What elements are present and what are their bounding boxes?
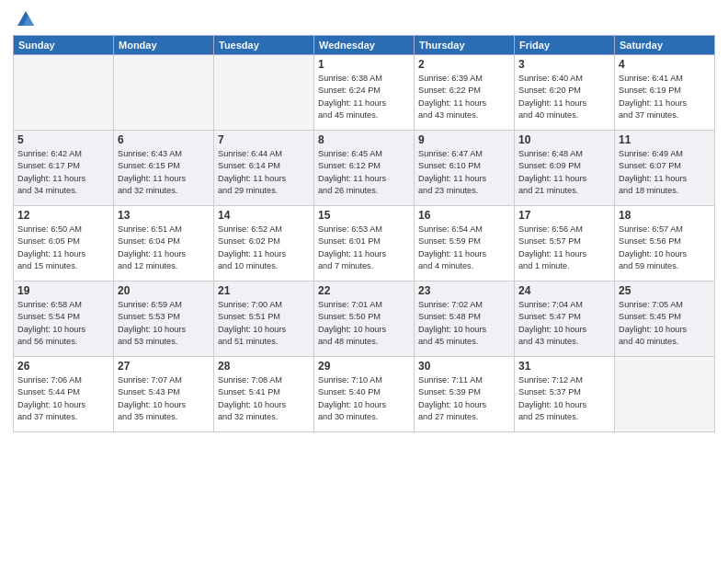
day-number: 19 (17, 284, 109, 297)
calendar-cell: 22Sunrise: 7:01 AM Sunset: 5:50 PM Dayli… (314, 282, 415, 357)
calendar-cell: 13Sunrise: 6:51 AM Sunset: 6:04 PM Dayli… (114, 206, 214, 282)
calendar-cell (114, 55, 214, 131)
page-container: SundayMondayTuesdayWednesdayThursdayFrid… (0, 0, 728, 563)
day-info: Sunrise: 7:00 AM Sunset: 5:51 PM Dayligh… (218, 299, 310, 348)
day-number: 31 (518, 360, 610, 373)
calendar-cell (14, 55, 114, 131)
weekday-header-tuesday: Tuesday (214, 36, 314, 55)
calendar-cell: 30Sunrise: 7:11 AM Sunset: 5:39 PM Dayli… (415, 357, 515, 432)
day-number: 9 (418, 133, 510, 146)
calendar-cell: 6Sunrise: 6:43 AM Sunset: 6:15 PM Daylig… (114, 131, 214, 206)
calendar-cell: 18Sunrise: 6:57 AM Sunset: 5:56 PM Dayli… (615, 206, 715, 282)
day-number: 28 (218, 360, 310, 373)
calendar-cell: 1Sunrise: 6:38 AM Sunset: 6:24 PM Daylig… (314, 55, 415, 131)
logo (13, 9, 36, 29)
calendar-cell: 27Sunrise: 7:07 AM Sunset: 5:43 PM Dayli… (114, 357, 214, 432)
calendar-cell: 15Sunrise: 6:53 AM Sunset: 6:01 PM Dayli… (314, 206, 415, 282)
calendar-cell: 21Sunrise: 7:00 AM Sunset: 5:51 PM Dayli… (214, 282, 314, 357)
day-number: 6 (118, 133, 210, 146)
day-info: Sunrise: 6:48 AM Sunset: 6:09 PM Dayligh… (518, 148, 610, 197)
weekday-header-thursday: Thursday (415, 36, 515, 55)
calendar-cell: 8Sunrise: 6:45 AM Sunset: 6:12 PM Daylig… (314, 131, 415, 206)
day-number: 12 (17, 209, 109, 222)
day-number: 7 (218, 133, 310, 146)
day-info: Sunrise: 7:06 AM Sunset: 5:44 PM Dayligh… (17, 374, 109, 423)
day-info: Sunrise: 7:10 AM Sunset: 5:40 PM Dayligh… (318, 374, 410, 423)
day-number: 23 (418, 284, 510, 297)
calendar-cell: 14Sunrise: 6:52 AM Sunset: 6:02 PM Dayli… (214, 206, 314, 282)
day-number: 25 (619, 284, 711, 297)
day-number: 27 (118, 360, 210, 373)
day-info: Sunrise: 6:38 AM Sunset: 6:24 PM Dayligh… (318, 73, 410, 121)
day-number: 21 (218, 284, 310, 297)
calendar-cell: 28Sunrise: 7:08 AM Sunset: 5:41 PM Dayli… (214, 357, 314, 432)
weekday-header-sunday: Sunday (14, 36, 114, 55)
calendar-week-row: 19Sunrise: 6:58 AM Sunset: 5:54 PM Dayli… (14, 282, 715, 357)
day-info: Sunrise: 6:41 AM Sunset: 6:19 PM Dayligh… (619, 73, 711, 121)
day-info: Sunrise: 6:47 AM Sunset: 6:10 PM Dayligh… (418, 148, 510, 197)
day-info: Sunrise: 7:04 AM Sunset: 5:47 PM Dayligh… (518, 299, 610, 348)
day-number: 20 (118, 284, 210, 297)
day-info: Sunrise: 6:53 AM Sunset: 6:01 PM Dayligh… (318, 224, 410, 272)
day-number: 13 (118, 209, 210, 222)
calendar-week-row: 1Sunrise: 6:38 AM Sunset: 6:24 PM Daylig… (14, 55, 715, 131)
calendar-cell: 26Sunrise: 7:06 AM Sunset: 5:44 PM Dayli… (14, 357, 114, 432)
day-number: 24 (518, 284, 610, 297)
day-info: Sunrise: 7:11 AM Sunset: 5:39 PM Dayligh… (418, 374, 510, 423)
day-info: Sunrise: 7:05 AM Sunset: 5:45 PM Dayligh… (619, 299, 711, 348)
day-number: 14 (218, 209, 310, 222)
day-number: 2 (418, 58, 510, 71)
day-info: Sunrise: 6:42 AM Sunset: 6:17 PM Dayligh… (17, 148, 109, 197)
day-number: 1 (318, 58, 410, 71)
calendar-cell: 5Sunrise: 6:42 AM Sunset: 6:17 PM Daylig… (14, 131, 114, 206)
day-number: 26 (17, 360, 109, 373)
calendar-cell: 19Sunrise: 6:58 AM Sunset: 5:54 PM Dayli… (14, 282, 114, 357)
day-info: Sunrise: 6:56 AM Sunset: 5:57 PM Dayligh… (518, 224, 610, 272)
calendar-cell: 23Sunrise: 7:02 AM Sunset: 5:48 PM Dayli… (415, 282, 515, 357)
day-info: Sunrise: 7:08 AM Sunset: 5:41 PM Dayligh… (218, 374, 310, 423)
day-number: 5 (17, 133, 109, 146)
day-number: 10 (518, 133, 610, 146)
day-number: 3 (518, 58, 610, 71)
calendar-week-row: 26Sunrise: 7:06 AM Sunset: 5:44 PM Dayli… (14, 357, 715, 432)
day-info: Sunrise: 6:57 AM Sunset: 5:56 PM Dayligh… (619, 224, 711, 272)
header (13, 9, 715, 29)
day-info: Sunrise: 7:12 AM Sunset: 5:37 PM Dayligh… (518, 374, 610, 423)
day-info: Sunrise: 6:50 AM Sunset: 6:05 PM Dayligh… (17, 224, 109, 272)
weekday-header-friday: Friday (515, 36, 615, 55)
calendar-cell: 29Sunrise: 7:10 AM Sunset: 5:40 PM Dayli… (314, 357, 415, 432)
weekday-header-wednesday: Wednesday (314, 36, 415, 55)
weekday-header-saturday: Saturday (615, 36, 715, 55)
day-info: Sunrise: 6:52 AM Sunset: 6:02 PM Dayligh… (218, 224, 310, 272)
calendar-cell: 17Sunrise: 6:56 AM Sunset: 5:57 PM Dayli… (515, 206, 615, 282)
day-number: 11 (619, 133, 711, 146)
weekday-header-row: SundayMondayTuesdayWednesdayThursdayFrid… (14, 36, 715, 55)
calendar-cell: 11Sunrise: 6:49 AM Sunset: 6:07 PM Dayli… (615, 131, 715, 206)
day-info: Sunrise: 6:44 AM Sunset: 6:14 PM Dayligh… (218, 148, 310, 197)
calendar-cell: 31Sunrise: 7:12 AM Sunset: 5:37 PM Dayli… (515, 357, 615, 432)
calendar-cell: 7Sunrise: 6:44 AM Sunset: 6:14 PM Daylig… (214, 131, 314, 206)
day-info: Sunrise: 6:39 AM Sunset: 6:22 PM Dayligh… (418, 73, 510, 121)
day-number: 18 (619, 209, 711, 222)
calendar-cell (214, 55, 314, 131)
calendar-cell: 24Sunrise: 7:04 AM Sunset: 5:47 PM Dayli… (515, 282, 615, 357)
calendar-cell: 12Sunrise: 6:50 AM Sunset: 6:05 PM Dayli… (14, 206, 114, 282)
day-number: 17 (518, 209, 610, 222)
day-info: Sunrise: 7:01 AM Sunset: 5:50 PM Dayligh… (318, 299, 410, 348)
day-info: Sunrise: 6:51 AM Sunset: 6:04 PM Dayligh… (118, 224, 210, 272)
day-info: Sunrise: 6:58 AM Sunset: 5:54 PM Dayligh… (17, 299, 109, 348)
day-info: Sunrise: 7:07 AM Sunset: 5:43 PM Dayligh… (118, 374, 210, 423)
day-info: Sunrise: 7:02 AM Sunset: 5:48 PM Dayligh… (418, 299, 510, 348)
calendar-week-row: 5Sunrise: 6:42 AM Sunset: 6:17 PM Daylig… (14, 131, 715, 206)
day-info: Sunrise: 6:40 AM Sunset: 6:20 PM Dayligh… (518, 73, 610, 121)
calendar-cell: 3Sunrise: 6:40 AM Sunset: 6:20 PM Daylig… (515, 55, 615, 131)
day-info: Sunrise: 6:59 AM Sunset: 5:53 PM Dayligh… (118, 299, 210, 348)
calendar-cell: 20Sunrise: 6:59 AM Sunset: 5:53 PM Dayli… (114, 282, 214, 357)
day-number: 30 (418, 360, 510, 373)
calendar-cell (615, 357, 715, 432)
day-info: Sunrise: 6:43 AM Sunset: 6:15 PM Dayligh… (118, 148, 210, 197)
calendar-week-row: 12Sunrise: 6:50 AM Sunset: 6:05 PM Dayli… (14, 206, 715, 282)
day-info: Sunrise: 6:45 AM Sunset: 6:12 PM Dayligh… (318, 148, 410, 197)
calendar-cell: 10Sunrise: 6:48 AM Sunset: 6:09 PM Dayli… (515, 131, 615, 206)
calendar-cell: 25Sunrise: 7:05 AM Sunset: 5:45 PM Dayli… (615, 282, 715, 357)
